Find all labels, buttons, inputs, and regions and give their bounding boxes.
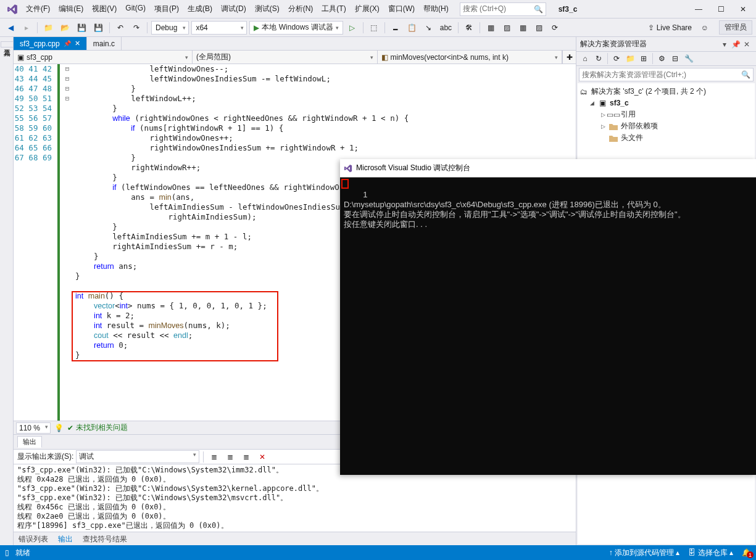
menu-tools[interactable]: 工具(T) <box>318 1 349 17</box>
panel-dropdown-icon[interactable]: ▾ <box>719 40 730 49</box>
menu-test[interactable]: 测试(S) <box>251 1 283 17</box>
se-btn6[interactable]: ⚙ <box>655 52 668 65</box>
out-btn2[interactable]: ≣ <box>223 450 237 464</box>
tool-b6[interactable]: 🛠 <box>462 21 476 35</box>
tool-b1[interactable]: ⬚ <box>367 21 381 35</box>
tab-output[interactable]: 输出 <box>53 532 78 545</box>
folder-icon <box>609 133 618 143</box>
platform-combo[interactable]: x64 <box>191 21 247 35</box>
tree-extdep[interactable]: ▷ 外部依赖项 <box>579 120 754 132</box>
fold-column[interactable]: ⊟ ⊟ ⊟ ⊟ <box>63 64 72 421</box>
new-project-button[interactable]: 📁 <box>41 21 56 35</box>
tree-references[interactable]: ▷ ▭▭ 引用 <box>579 109 754 120</box>
menu-project[interactable]: 项目(P) <box>151 1 183 17</box>
open-button[interactable]: 📂 <box>58 21 72 35</box>
minimize-button[interactable]: — <box>688 2 709 16</box>
select-repo[interactable]: 🗄 选择仓库 ▴ <box>688 548 733 558</box>
expand-icon[interactable]: ▷ <box>600 112 606 118</box>
tool-b7[interactable]: ▦ <box>484 21 497 35</box>
tab-other[interactable]: main.c <box>87 37 122 50</box>
vs-logo-icon <box>6 3 19 15</box>
search-icon: 🔍 <box>534 5 543 14</box>
menu-debug[interactable]: 调试(D) <box>217 1 250 17</box>
undo-button[interactable]: ↶ <box>114 21 127 35</box>
tool-b8[interactable]: ▨ <box>500 21 513 35</box>
nav-project-combo[interactable]: ▣ sf3_cpp <box>14 51 193 64</box>
start-debug-button[interactable]: ▶ 本地 Windows 调试器 ▾ <box>249 21 343 35</box>
tab-active[interactable]: sf3_cpp.cpp 📌 ✕ <box>14 37 87 50</box>
add-src-control[interactable]: ↑ 添加到源代码管理 ▴ <box>609 548 680 558</box>
nav-fwd-button[interactable]: ▸ <box>20 21 33 35</box>
tab-find-symbols[interactable]: 查找符号结果 <box>78 532 132 545</box>
menu-window[interactable]: 窗口(W) <box>384 1 418 17</box>
se-btn7[interactable]: ⊟ <box>669 52 681 65</box>
out-btn1[interactable]: ≣ <box>207 450 221 464</box>
out-clear-button[interactable]: ✕ <box>255 450 269 464</box>
tool-b10[interactable]: ▨ <box>532 21 546 35</box>
tool-b2[interactable]: 🗕 <box>389 21 402 35</box>
config-combo[interactable]: Debug <box>151 21 189 35</box>
redo-button[interactable]: ↷ <box>130 21 143 35</box>
menu-file[interactable]: 文件(F) <box>22 1 54 17</box>
tool-b11[interactable]: ⟳ <box>548 21 562 35</box>
quick-search[interactable]: 搜索 (Ctrl+Q) 🔍 <box>460 2 546 16</box>
nav-split-button[interactable]: ✚ <box>562 51 576 64</box>
panel-pin-icon[interactable]: 📌 <box>730 40 741 49</box>
maximize-button[interactable]: ☐ <box>710 2 731 16</box>
panel-close-icon[interactable]: ✕ <box>741 40 752 49</box>
tool-b9[interactable]: ▦ <box>516 21 530 35</box>
output-source-combo[interactable]: 调试 <box>76 450 199 463</box>
live-share-button[interactable]: ⇪ Live Share <box>644 23 696 32</box>
start-no-debug-button[interactable]: ▷ <box>346 21 359 35</box>
tree-project[interactable]: ◢ ▣ sf3_c <box>579 97 754 109</box>
nav-back-button[interactable]: ◀ <box>4 21 17 35</box>
console-body[interactable]: 1 D:\mysetup\gopath\src\dsy\sf3_c\x64\De… <box>340 178 756 475</box>
se-btn2[interactable]: ↻ <box>592 52 605 65</box>
debug-console-window: Microsoft Visual Studio 调试控制台 1 D:\myset… <box>340 159 756 475</box>
expand-icon[interactable]: ◢ <box>589 100 595 106</box>
feedback-button[interactable]: ☺ <box>698 21 712 35</box>
bulb-icon[interactable]: 💡 <box>54 424 64 432</box>
tool-b5[interactable]: abc <box>438 21 454 35</box>
editor-tabs: sf3_cpp.cpp 📌 ✕ main.c <box>14 37 576 51</box>
tool-b3[interactable]: 📋 <box>405 21 419 35</box>
project-icon: ▣ <box>17 53 24 62</box>
save-all-button[interactable]: 💾 <box>91 21 106 35</box>
vs-icon <box>344 164 352 173</box>
pin-icon[interactable]: 📌 <box>64 40 71 47</box>
expand-icon[interactable]: ▷ <box>600 123 606 130</box>
solution-search[interactable]: 搜索解决方案资源管理器(Ctrl+;) 🔍 <box>579 68 754 81</box>
save-button[interactable]: 💾 <box>75 21 89 35</box>
se-btn3[interactable]: ⟳ <box>610 52 623 65</box>
tree-headers[interactable]: 头文件 <box>579 132 754 144</box>
solution-explorer-title: 解决方案资源管理器 <box>580 39 719 49</box>
home-button[interactable]: ⌂ <box>579 52 591 65</box>
se-btn5[interactable]: ⊞ <box>638 52 650 65</box>
change-track <box>54 64 63 421</box>
nav-scope-combo[interactable]: (全局范围) <box>193 51 378 64</box>
close-button[interactable]: ✕ <box>733 2 754 16</box>
folder-icon <box>609 121 618 131</box>
notifications-icon[interactable]: 🔔 <box>742 548 751 557</box>
issues-status[interactable]: ✔ 未找到相关问题 <box>67 422 128 433</box>
references-icon: ▭▭ <box>609 110 618 120</box>
tab-error-list[interactable]: 错误列表 <box>14 532 53 545</box>
menu-git[interactable]: Git(G) <box>122 1 149 17</box>
zoom-combo[interactable]: 110 % <box>16 422 51 434</box>
menu-help[interactable]: 帮助(H) <box>420 1 452 17</box>
menu-analyze[interactable]: 分析(N) <box>285 1 317 17</box>
se-btn4[interactable]: 📁 <box>624 52 636 65</box>
menu-edit[interactable]: 编辑(E) <box>55 1 87 17</box>
nav-func-combo[interactable]: ◧ minMoves(vector<int>& nums, int k) <box>378 51 563 64</box>
out-btn3[interactable]: ≣ <box>239 450 253 464</box>
console-titlebar[interactable]: Microsoft Visual Studio 调试控制台 <box>340 159 756 178</box>
close-tab-icon[interactable]: ✕ <box>75 39 80 47</box>
menu-extensions[interactable]: 扩展(X) <box>351 1 383 17</box>
tree-solution-root[interactable]: 🗂 解决方案 'sf3_c' (2 个项目, 共 2 个) <box>579 86 754 97</box>
menu-view[interactable]: 视图(V) <box>88 1 120 17</box>
tool-b4[interactable]: ↘ <box>422 21 435 35</box>
menu-build[interactable]: 生成(B) <box>184 1 216 17</box>
solution-icon: 🗂 <box>579 87 589 97</box>
se-btn8[interactable]: 🔧 <box>683 52 695 65</box>
toolbox-tab[interactable]: 工具箱 <box>1 41 14 47</box>
